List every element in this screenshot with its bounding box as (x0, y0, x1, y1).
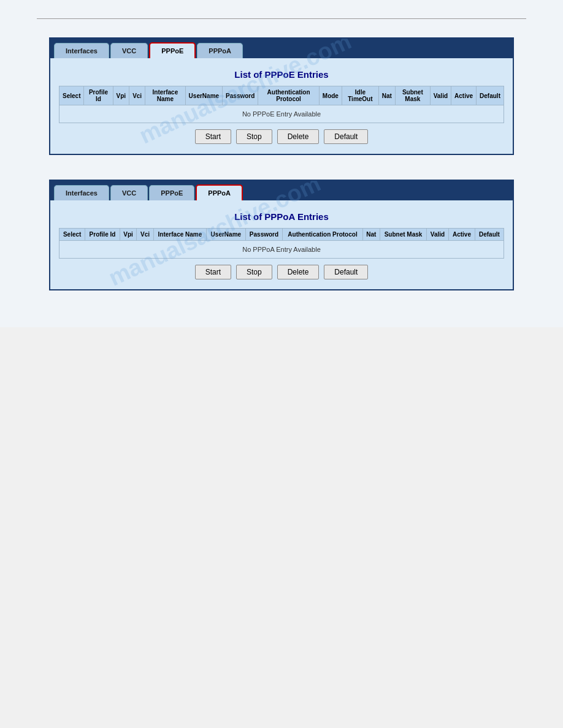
top-divider (37, 18, 526, 19)
col-username-2: UserName (207, 229, 245, 241)
tab-interfaces-1[interactable]: Interfaces (54, 43, 109, 58)
pppoa-no-entry-text: No PPPoA Entry Available (59, 241, 504, 259)
pppoa-start-button[interactable]: Start (195, 265, 231, 279)
pppoe-button-row: Start Stop Delete Default (59, 129, 504, 144)
pppoa-table: Select Profile Id Vpi Vci Interface Name… (59, 228, 504, 259)
tab-pppoa-1[interactable]: PPPoA (197, 43, 243, 58)
tab-pppoa-2[interactable]: PPPoA (196, 184, 243, 200)
pppoe-default-button[interactable]: Default (324, 129, 368, 144)
col-vpi-1: Vpi (113, 86, 129, 105)
col-vci-2: Vci (137, 229, 153, 241)
pppoa-content: List of PPPoA Entries Select Profile Id … (50, 200, 513, 289)
col-default-1: Default (477, 86, 504, 105)
pppoe-delete-button[interactable]: Delete (277, 129, 320, 144)
col-auth-1: Authentication Protocol (258, 86, 319, 105)
pppoa-panel: manualsarchive.com Interfaces VCC PPPoE … (49, 180, 514, 290)
col-password-1: Password (223, 86, 258, 105)
pppoa-button-row: Start Stop Delete Default (59, 265, 504, 279)
pppoe-no-entry-row: No PPPoE Entry Available (59, 105, 504, 123)
tab-vcc-2[interactable]: VCC (110, 185, 148, 200)
pppoe-stop-button[interactable]: Stop (236, 129, 272, 144)
col-valid-1: Valid (430, 86, 451, 105)
pppoe-no-entry-text: No PPPoE Entry Available (59, 105, 504, 123)
col-nat-2: Nat (362, 229, 380, 241)
pppoe-content: List of PPPoE Entries Select Profile Id … (50, 58, 513, 154)
pppoe-panel: manualsarchive.com Interfaces VCC PPPoE … (49, 37, 514, 155)
pppoa-default-button[interactable]: Default (324, 265, 368, 279)
tab-pppoe-2[interactable]: PPPoE (149, 185, 194, 200)
col-auth-2: Authentication Protocol (283, 229, 362, 241)
tab-vcc-1[interactable]: VCC (110, 43, 148, 58)
pppoe-header-row: Select Profile Id Vpi Vci Interface Name… (59, 86, 504, 105)
pppoa-stop-button[interactable]: Stop (236, 265, 272, 279)
col-ifname-1: Interface Name (145, 86, 185, 105)
col-valid-2: Valid (427, 229, 449, 241)
pppoe-tab-bar: Interfaces VCC PPPoE PPPoA (50, 39, 513, 58)
col-profileid-1: Profile Id (84, 86, 113, 105)
col-username-1: UserName (185, 86, 222, 105)
col-subnet-1: Subnet Mask (395, 86, 430, 105)
pppoe-title: List of PPPoE Entries (59, 69, 504, 80)
pppoa-header-row: Select Profile Id Vpi Vci Interface Name… (59, 229, 504, 241)
col-nat-1: Nat (378, 86, 395, 105)
col-default-2: Default (475, 229, 504, 241)
col-password-2: Password (245, 229, 283, 241)
pppoa-delete-button[interactable]: Delete (277, 265, 320, 279)
col-vci-1: Vci (129, 86, 145, 105)
col-ifname-2: Interface Name (153, 229, 207, 241)
col-active-1: Active (451, 86, 477, 105)
pppoa-title: List of PPPoA Entries (59, 211, 504, 222)
pppoe-table: Select Profile Id Vpi Vci Interface Name… (59, 86, 504, 123)
col-select-1: Select (59, 86, 84, 105)
pppoa-tab-bar: Interfaces VCC PPPoE PPPoA (50, 181, 513, 200)
col-vpi-2: Vpi (120, 229, 137, 241)
pppoe-start-button[interactable]: Start (195, 129, 231, 144)
col-mode-1: Mode (319, 86, 342, 105)
col-idle-1: Idle TimeOut (342, 86, 378, 105)
pppoa-no-entry-row: No PPPoA Entry Available (59, 241, 504, 259)
tab-interfaces-2[interactable]: Interfaces (54, 185, 109, 200)
col-active-2: Active (448, 229, 475, 241)
col-subnet-2: Subnet Mask (380, 229, 426, 241)
tab-pppoe-1[interactable]: PPPoE (149, 42, 196, 58)
col-profileid-2: Profile Id (85, 229, 120, 241)
col-select-2: Select (59, 229, 85, 241)
